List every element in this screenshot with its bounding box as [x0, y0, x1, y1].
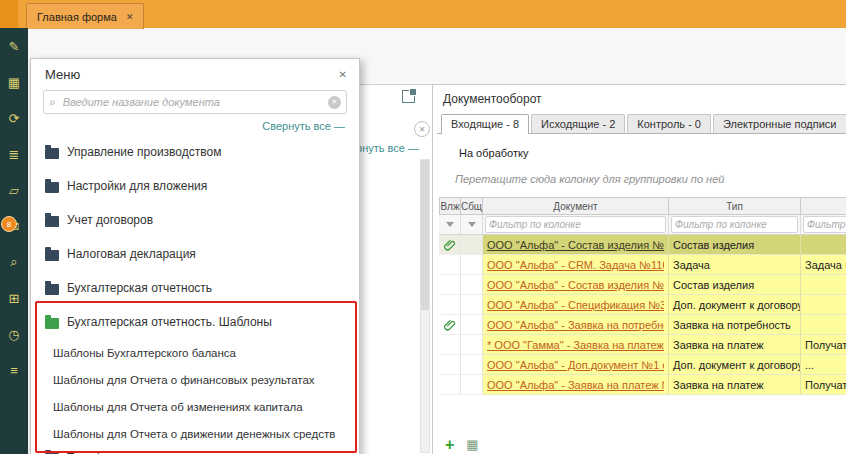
- document-flow-panel: Документооборот Входящие - 8 Исходящие -…: [432, 84, 846, 454]
- column-header-document[interactable]: Документ: [483, 197, 669, 215]
- message-filter-cell[interactable]: [461, 215, 483, 235]
- message-cell: [461, 275, 483, 295]
- scrollbar[interactable]: [420, 159, 430, 453]
- extra-cell: ...: [801, 355, 846, 375]
- menu-item-accounting[interactable]: Бухгалтерская отчетность: [31, 271, 359, 305]
- document-cell: ООО "Альфа" - Состав изделия №69 от...: [483, 275, 669, 295]
- extra-filter-input[interactable]: [803, 216, 846, 233]
- menu-search-input[interactable]: [61, 95, 323, 109]
- column-header-extra[interactable]: [801, 197, 846, 215]
- table-row[interactable]: ООО "Альфа" - Спецификация №37 от ... До…: [439, 295, 846, 315]
- message-cell: [461, 355, 483, 375]
- table-header-row: Влж Сбщ Документ Тип: [439, 197, 846, 215]
- document-cell: ООО "Альфа" - Заявка на потребность ...: [483, 315, 669, 335]
- menu-search-box: ⌕ ✕: [43, 90, 347, 114]
- menu-item-label: Налоговая декларация: [67, 247, 196, 261]
- add-button[interactable]: +: [445, 438, 454, 452]
- minus-icon: —: [408, 142, 419, 154]
- menu-item-financial-results-templates[interactable]: Шаблоны для Отчета о финансовых результа…: [31, 366, 359, 393]
- attachment-filter-cell[interactable]: [439, 215, 461, 235]
- document-link[interactable]: ООО "Альфа" - Спецификация №37 от ...: [487, 299, 664, 311]
- menu-collapse-all-link[interactable]: Свернуть все —: [31, 114, 359, 132]
- menu-item-cash-flow-templates[interactable]: Шаблоны для Отчета о движении денежных с…: [31, 420, 359, 447]
- mail-badge: 8: [1, 216, 17, 232]
- table-row[interactable]: ООО "Альфа" - Доп.документ №1 от 06... Д…: [439, 355, 846, 375]
- menu-item-telephony[interactable]: Телефония: [31, 447, 359, 454]
- extra-cell: [801, 315, 846, 335]
- filter-row: [439, 215, 846, 235]
- clear-search-icon[interactable]: ✕: [328, 96, 341, 109]
- table-row[interactable]: ООО "Альфа" - CRM. Задача №116 Задача За…: [439, 255, 846, 275]
- table-row[interactable]: ООО "Альфа" - Заявка на потребность ... …: [439, 315, 846, 335]
- grid-button[interactable]: ▦: [466, 437, 478, 452]
- grid-icon[interactable]: ▦: [0, 64, 28, 100]
- folder-icon[interactable]: ▱: [0, 172, 28, 208]
- menu-item-label: Шаблоны Бухгалтерского баланса: [53, 347, 236, 359]
- menu-item-accounting-templates[interactable]: Бухгалтерская отчетность. Шаблоны: [31, 305, 359, 339]
- paperclip-icon: [444, 239, 456, 251]
- doc-tabs: Входящие - 8 Исходящие - 2 Контроль - 0 …: [437, 112, 846, 134]
- search-icon[interactable]: ⌕: [0, 244, 28, 280]
- table-row[interactable]: ООО "Альфа" - Состав изделия №69 от... С…: [439, 275, 846, 295]
- tab-incoming[interactable]: Входящие - 8: [441, 114, 529, 134]
- column-header-message[interactable]: Сбщ: [461, 197, 483, 215]
- refresh-icon[interactable]: ⟳: [0, 100, 28, 136]
- history-icon[interactable]: ◷: [0, 316, 28, 352]
- top-tab-bar: Главная форма ✕: [0, 0, 846, 28]
- column-header-attachment[interactable]: Влж: [439, 197, 461, 215]
- list-icon[interactable]: ≡: [0, 352, 28, 388]
- grouping-hint: Перетащите сюда колонку для группировки …: [455, 173, 724, 185]
- dock-window-icon[interactable]: [402, 90, 415, 103]
- menu-item-attachment-settings[interactable]: Настройки для вложения: [31, 169, 359, 203]
- menu-item-label: Шаблоны для Отчета об изменениях капитал…: [53, 401, 303, 413]
- type-cell: Доп. документ к договору: [669, 295, 801, 315]
- calendar-icon[interactable]: ⊞: [0, 280, 28, 316]
- open-folder-icon: [45, 318, 59, 329]
- type-filter-cell: [669, 215, 801, 235]
- menu-item-tax-declaration[interactable]: Налоговая декларация: [31, 237, 359, 271]
- extra-cell: Задача №: [801, 255, 846, 275]
- tab-signatures[interactable]: Электронные подписи: [713, 114, 846, 133]
- menu-close-icon[interactable]: ✕: [339, 69, 347, 80]
- tasks-icon[interactable]: ≣: [0, 136, 28, 172]
- attachment-cell: [439, 355, 461, 375]
- menu-item-balance-templates[interactable]: Шаблоны Бухгалтерского баланса: [31, 339, 359, 366]
- table-row[interactable]: * ООО "Гамма" - Заявка на платеж №6... З…: [439, 335, 846, 355]
- document-link[interactable]: ООО "Альфа" - Состав изделия №78 от...: [487, 239, 664, 251]
- column-header-type[interactable]: Тип: [669, 197, 801, 215]
- tab-control[interactable]: Контроль - 0: [627, 114, 711, 133]
- document-link[interactable]: ООО "Альфа" - Доп.документ №1 от 06...: [487, 359, 664, 371]
- menu-item-capital-changes-templates[interactable]: Шаблоны для Отчета об изменениях капитал…: [31, 393, 359, 420]
- menu-item-contracts[interactable]: Учет договоров: [31, 203, 359, 237]
- table-row[interactable]: ООО "Альфа" - Заявка на платеж №64 ... З…: [439, 375, 846, 395]
- extra-cell: [801, 235, 846, 255]
- menu-collapse-all-label: Свернуть все: [262, 120, 331, 132]
- attachment-cell: [439, 335, 461, 355]
- extra-filter-cell: [801, 215, 846, 235]
- extra-cell: [801, 295, 846, 315]
- window-tab-main-form[interactable]: Главная форма ✕: [26, 3, 144, 29]
- document-link[interactable]: ООО "Альфа" - Заявка на потребность ...: [487, 319, 664, 331]
- folder-icon: [45, 216, 59, 227]
- tab-close-icon[interactable]: ✕: [126, 12, 134, 22]
- document-link[interactable]: ООО "Альфа" - Заявка на платеж №64 ...: [487, 379, 664, 391]
- edit-icon[interactable]: ✎: [0, 28, 28, 64]
- minus-icon: —: [334, 120, 345, 132]
- menu-item-label: Учет договоров: [67, 213, 153, 227]
- menu-item-label: Бухгалтерская отчетность. Шаблоны: [67, 315, 272, 329]
- panel-close-icon[interactable]: ✕: [414, 121, 430, 137]
- group-header[interactable]: На обработку: [459, 147, 528, 159]
- menu-item-production[interactable]: Управление производством: [31, 135, 359, 169]
- type-cell: Задача: [669, 255, 801, 275]
- folder-icon: [45, 182, 59, 193]
- type-filter-input[interactable]: [671, 216, 798, 233]
- document-filter-input[interactable]: [485, 216, 666, 233]
- message-cell: [461, 335, 483, 355]
- document-link[interactable]: * ООО "Гамма" - Заявка на платеж №6...: [487, 339, 664, 351]
- attachment-cell: [439, 275, 461, 295]
- table-row[interactable]: ООО "Альфа" - Состав изделия №78 от... С…: [439, 235, 846, 255]
- tab-outgoing[interactable]: Исходящие - 2: [531, 114, 625, 133]
- document-link[interactable]: ООО "Альфа" - CRM. Задача №116: [487, 259, 664, 271]
- document-link[interactable]: ООО "Альфа" - Состав изделия №69 от...: [487, 279, 664, 291]
- scrollbar-thumb[interactable]: [421, 160, 429, 310]
